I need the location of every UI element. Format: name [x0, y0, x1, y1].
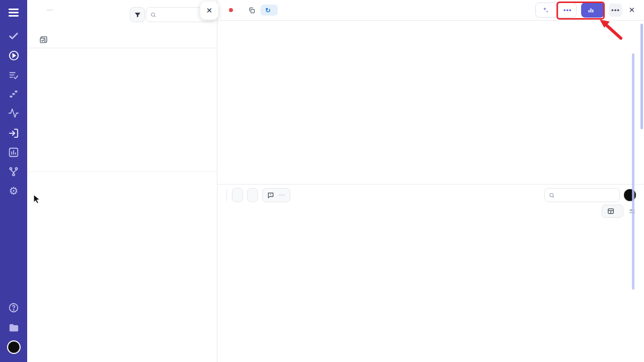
search-icon [150, 12, 156, 18]
chart-plot [44, 68, 215, 159]
donut [279, 50, 342, 113]
activity-icon[interactable] [0, 108, 27, 119]
chart-y-axis [27, 68, 41, 158]
comments-count [278, 194, 285, 196]
table-icon [607, 208, 614, 215]
custom-view-button[interactable] [602, 205, 623, 218]
tests-list [225, 219, 634, 362]
tests-search[interactable] [544, 188, 620, 202]
tests-filter-row [225, 188, 636, 202]
gear-icon[interactable]: ⚙ [0, 185, 27, 197]
bar-chart-icon[interactable] [0, 147, 27, 158]
run-summary-group: ••• [535, 3, 577, 18]
run-status-dot [229, 8, 233, 12]
panel-scrollbar[interactable] [632, 53, 634, 290]
runs-filter-tabs [27, 31, 217, 48]
run-summary-more-button[interactable]: ••• [558, 3, 577, 17]
runs-panel: ✕ [27, 0, 217, 362]
help-icon[interactable] [0, 302, 27, 313]
steps-icon[interactable] [0, 89, 27, 99]
more-actions-button[interactable]: ••• [609, 4, 622, 17]
app-sidebar: ⚙ [0, 0, 27, 362]
folder-icon[interactable] [0, 322, 27, 334]
runs-panel-close-button[interactable]: ✕ [200, 2, 218, 20]
user-avatar[interactable] [0, 340, 27, 354]
check-icon[interactable] [0, 31, 27, 42]
detail-close-button[interactable]: ✕ [626, 5, 637, 16]
close-icon: ✕ [628, 6, 635, 14]
list-check-icon[interactable] [0, 70, 27, 81]
mouse-cursor [33, 194, 41, 204]
sync-icon: ↻ [265, 7, 271, 14]
funnel-icon [134, 11, 141, 19]
run-summary-button[interactable] [536, 3, 558, 17]
divider [226, 189, 227, 201]
copy-icon [248, 7, 256, 14]
results-donut-chart [279, 50, 342, 113]
run-detail-panel: ↻ ••• ••• ✕ [217, 0, 644, 362]
window-scrollbar[interactable] [640, 24, 643, 129]
ellipsis-icon: ••• [611, 7, 620, 14]
run-type-badge: ↻ [261, 5, 278, 16]
sign-in-icon[interactable] [0, 127, 27, 139]
comments-filter-button[interactable] [262, 188, 290, 202]
branch-icon[interactable] [0, 166, 27, 177]
run-detail-topbar: ↻ ••• ••• ✕ [217, 0, 644, 21]
report-chart-icon [588, 7, 594, 14]
select-all-icon[interactable] [39, 35, 48, 44]
play-circle-icon[interactable] [0, 50, 27, 61]
donut-hole [295, 66, 326, 97]
search-icon [549, 192, 554, 199]
runs-count-badge [46, 9, 53, 11]
runs-history-chart [27, 48, 217, 172]
automated-filter-button[interactable] [247, 188, 258, 202]
manual-filter-button[interactable] [232, 188, 243, 202]
copy-run-id-button[interactable] [248, 7, 256, 14]
detail-tabs [217, 170, 644, 185]
runs-list [27, 193, 217, 362]
comment-icon [267, 192, 274, 199]
filter-button[interactable] [130, 7, 145, 22]
tests-search-input[interactable] [557, 192, 615, 199]
breadcrumb [34, 9, 53, 11]
ellipsis-icon: ••• [564, 7, 572, 14]
menu-icon[interactable] [0, 6, 27, 19]
sort-row [225, 205, 636, 217]
report-button[interactable] [581, 3, 604, 18]
close-icon: ✕ [206, 6, 213, 15]
sparkles-icon [542, 7, 549, 14]
